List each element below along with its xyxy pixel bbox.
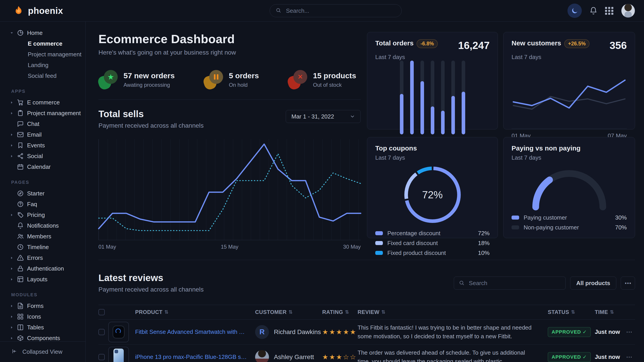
column-header-review[interactable]: REVIEW⇅ <box>358 309 548 315</box>
caret-right-icon <box>10 304 14 308</box>
order-bar <box>451 61 455 134</box>
product-link[interactable]: Fitbit Sense Advanced Smartwatch with To… <box>135 329 255 335</box>
sidebar-subitem-e-commerce[interactable]: E commerce <box>0 38 86 49</box>
date-range-select[interactable]: Mar 1 - 31, 2022 <box>286 110 361 123</box>
sidebar-item-icons[interactable]: Icons <box>0 311 86 322</box>
sidebar-item-e-commerce[interactable]: E commerce <box>0 97 86 108</box>
collapsed-view-label: Collapsed View <box>22 348 62 355</box>
apps-grid-icon[interactable] <box>605 7 614 15</box>
sidebar-item-starter[interactable]: Starter <box>0 188 86 199</box>
sidebar-item-social[interactable]: Social <box>0 151 86 161</box>
tag-icon <box>17 212 24 218</box>
legend-label: Fixed product discount <box>387 250 446 257</box>
select-all-checkbox[interactable] <box>98 309 105 315</box>
sidebar-item-errors[interactable]: Errors <box>0 252 86 263</box>
row-menu-button[interactable]: ⋯ <box>626 328 635 336</box>
reviews-more-button[interactable]: ⋯ <box>621 277 635 290</box>
caret-right-icon <box>10 278 14 281</box>
stat-sub: Out of stock <box>313 82 356 88</box>
sidebar: HomeE commerceProject managementLandingS… <box>0 22 86 362</box>
row-menu-button[interactable]: ⋯ <box>626 353 635 361</box>
row-checkbox[interactable] <box>98 354 105 360</box>
stat-sub: On hold <box>229 82 259 88</box>
sidebar-item-label: Chat <box>27 120 40 127</box>
x-icon: ✕ <box>288 70 307 89</box>
sidebar-item-pricing[interactable]: Pricing <box>0 210 86 220</box>
sidebar-item-events[interactable]: Events <box>0 140 86 151</box>
reviews-search[interactable] <box>454 277 566 290</box>
all-products-button[interactable]: All products <box>570 277 616 290</box>
pie-chart-icon <box>17 29 24 36</box>
sidebar-subitem-project-management[interactable]: Project management <box>0 49 86 60</box>
sidebar-item-layouts[interactable]: Layouts <box>0 274 86 285</box>
sidebar-item-tables[interactable]: Tables <box>0 322 86 333</box>
sidebar-item-home[interactable]: Home <box>0 27 86 38</box>
sidebar-item-timeline[interactable]: Timeline <box>0 242 86 252</box>
collapsed-view-toggle[interactable]: Collapsed View <box>0 342 86 362</box>
reviews-search-input[interactable] <box>468 280 560 287</box>
caret-right-icon <box>10 256 14 260</box>
sidebar-subitem-landing[interactable]: Landing <box>0 60 86 70</box>
sidebar-item-label: Pricing <box>27 212 45 218</box>
bookmark-icon <box>17 142 24 149</box>
sidebar-item-members[interactable]: Members <box>0 231 86 242</box>
sidebar-item-label: Project management <box>27 110 81 117</box>
caret-spacer <box>10 122 14 126</box>
sidebar-item-notifications[interactable]: Notifications <box>0 220 86 231</box>
sidebar-item-label: E commerce <box>27 99 60 106</box>
product-link[interactable]: iPhone 13 pro max-Pacific Blue-128GB sto… <box>135 354 255 361</box>
sidebar-item-faq[interactable]: Faq <box>0 199 86 210</box>
product-thumbnail[interactable] <box>108 322 129 342</box>
sort-icon: ⇅ <box>345 309 349 315</box>
rating-stars: ★★★☆☆ <box>322 353 358 361</box>
file-icon <box>17 303 24 309</box>
review-text: This Fitbit is fantastic! I was trying t… <box>358 323 548 341</box>
sidebar-item-label: Components <box>27 335 60 342</box>
reviews-table: PRODUCT⇅CUSTOMER⇅RATING⇅REVIEW⇅STATUS⇅TI… <box>98 305 635 362</box>
box-icon <box>17 335 24 342</box>
reviews-table-header: PRODUCT⇅CUSTOMER⇅RATING⇅REVIEW⇅STATUS⇅TI… <box>98 305 635 320</box>
sidebar-section-label: PAGES <box>0 172 86 188</box>
reviews-subtitle: Payment received across all channels <box>98 286 204 293</box>
column-header-status[interactable]: STATUS⇅ <box>548 309 595 315</box>
sidebar-item-label: Errors <box>27 255 43 261</box>
sidebar-item-project-management[interactable]: Project management <box>0 108 86 118</box>
brand[interactable]: phoenix <box>13 5 63 16</box>
lock-icon <box>17 265 24 272</box>
clock-icon <box>17 244 24 250</box>
card-period: Last 7 days <box>375 154 490 161</box>
theme-toggle-button[interactable] <box>568 3 582 18</box>
sidebar-item-label: Authentication <box>27 265 64 272</box>
user-avatar[interactable] <box>621 4 635 18</box>
legend-label: Paying customer <box>524 214 567 221</box>
change-badge: -6.8% <box>417 39 438 48</box>
sidebar-item-chat[interactable]: Chat <box>0 118 86 129</box>
column-header-time[interactable]: TIME⇅ <box>595 309 626 315</box>
review-row: iPhone 13 pro max-Pacific Blue-128GB sto… <box>98 345 635 362</box>
total-sells-subtitle: Payment received across all channels <box>98 122 204 129</box>
pause-icon <box>204 70 223 89</box>
sidebar-item-authentication[interactable]: Authentication <box>0 263 86 274</box>
sidebar-subitem-social-feed[interactable]: Social feed <box>0 70 86 81</box>
sidebar-item-forms[interactable]: Forms <box>0 301 86 311</box>
column-header-rating[interactable]: RATING⇅ <box>322 309 358 315</box>
global-search-input[interactable] <box>286 7 396 14</box>
axis-label: 30 May <box>343 244 361 250</box>
card-period: Last 7 days <box>512 54 627 61</box>
caret-right-icon <box>10 154 14 158</box>
notifications-bell-icon[interactable] <box>590 7 598 15</box>
column-header-product[interactable]: PRODUCT⇅ <box>135 309 255 315</box>
product-thumbnail[interactable] <box>108 347 129 362</box>
sidebar-item-email[interactable]: Email <box>0 129 86 140</box>
order-bar <box>400 61 404 134</box>
status-badge: APPROVED ✓ <box>548 327 591 337</box>
column-header-customer[interactable]: CUSTOMER⇅ <box>255 309 322 315</box>
sidebar-item-calendar[interactable]: Calendar <box>0 161 86 172</box>
sort-icon: ⇅ <box>381 309 386 315</box>
caret-right-icon <box>10 267 14 271</box>
global-search[interactable] <box>270 4 402 17</box>
row-checkbox[interactable] <box>98 329 105 335</box>
legend-item: Percentage discount72% <box>375 228 490 238</box>
caret-right-icon <box>10 111 14 115</box>
sidebar-item-label: Events <box>27 142 45 149</box>
